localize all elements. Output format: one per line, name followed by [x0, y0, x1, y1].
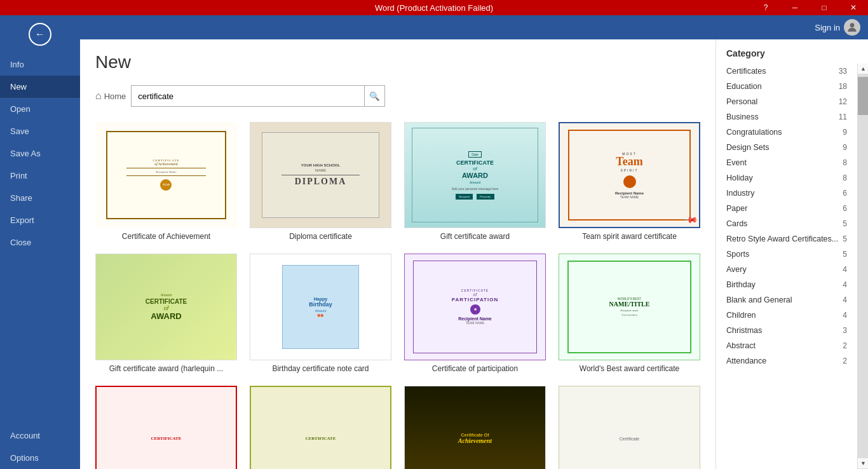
template-label: Gift certificate award (harlequin ...: [95, 364, 237, 373]
help-button[interactable]: ?: [751, 0, 780, 15]
scroll-up-button[interactable]: ▲: [858, 64, 868, 74]
sidebar-item-close[interactable]: Close: [0, 231, 80, 254]
category-label: Birthday: [726, 280, 756, 289]
close-button[interactable]: ✕: [839, 0, 868, 15]
category-item-birthday[interactable]: Birthday 4: [721, 277, 852, 292]
maximize-button[interactable]: □: [810, 0, 839, 15]
category-count: 33: [839, 67, 847, 76]
user-icon: [846, 21, 858, 34]
sidebar-item-print[interactable]: Print: [0, 165, 80, 187]
right-panel-inner: Certificates 33 Education 18 Personal 12: [716, 64, 868, 469]
category-count: 8: [843, 173, 847, 182]
sidebar-item-account[interactable]: Account: [0, 425, 80, 447]
category-count: 3: [843, 326, 847, 335]
category-item-personal[interactable]: Personal 12: [721, 94, 852, 109]
category-item-congratulations[interactable]: Congratulations 9: [721, 125, 852, 140]
template-thumb-worlds-best: WORLD'S BEST NAME/TITLE Recipient name Y…: [559, 254, 700, 360]
category-label: Industry: [726, 189, 754, 198]
template-grid: CERTIFICATE of Achievement Recipient Nam…: [95, 122, 700, 469]
search-button[interactable]: 🔍: [364, 86, 384, 106]
category-item-industry[interactable]: Industry 6: [721, 186, 852, 201]
sidebar-item-options[interactable]: Options: [0, 447, 80, 469]
template-item[interactable]: CERTIFICATE: [250, 386, 391, 470]
category-count: 6: [843, 204, 847, 213]
category-item-avery[interactable]: Avery 4: [721, 262, 852, 277]
category-label: Paper: [726, 204, 747, 213]
category-item-attendance[interactable]: Attendance 2: [721, 353, 852, 369]
category-count: 11: [839, 112, 847, 121]
category-item-design-sets[interactable]: Design Sets 9: [721, 140, 852, 155]
sidebar-nav: Info New Open Save Save As Print Share E…: [0, 53, 80, 425]
center-panel: New ⌂ Home 🔍: [80, 39, 715, 469]
category-label: Design Sets: [726, 143, 769, 152]
template-thumb-plain: Certificate: [559, 386, 700, 470]
category-item-paper[interactable]: Paper 6: [721, 201, 852, 216]
template-item[interactable]: Amount CERTIFICATE of AWARD Gift certifi…: [95, 254, 237, 372]
category-label: Cards: [726, 219, 747, 228]
category-label: Congratulations: [726, 128, 782, 137]
category-label: Certificates: [726, 67, 766, 76]
category-item-retro[interactable]: Retro Style Award Certificates... 5: [721, 231, 852, 247]
category-item-education[interactable]: Education 18: [721, 79, 852, 94]
template-thumb-team-spirit: MOST Team SPIRIT Recipient Name TEAM NAM…: [559, 122, 700, 228]
category-item-business[interactable]: Business 11: [721, 109, 852, 125]
template-thumb-gift-award: Date CERTIFICATE of AWARD Amount Add you…: [404, 122, 546, 228]
home-link[interactable]: ⌂ Home: [95, 90, 126, 102]
category-item-sports[interactable]: Sports 5: [721, 247, 852, 262]
category-count: 5: [843, 250, 847, 259]
category-item-holiday[interactable]: Holiday 8: [721, 170, 852, 186]
template-item[interactable]: CERTIFICATE: [95, 386, 237, 470]
template-item[interactable]: Certificate Of Achievement: [404, 386, 546, 470]
title-bar-controls: ? ─ □ ✕: [751, 0, 868, 15]
template-item[interactable]: Certificate: [559, 386, 700, 470]
template-label: Team spirit award certificate: [559, 232, 700, 241]
sidebar-item-share[interactable]: Share: [0, 187, 80, 209]
category-count: 18: [839, 82, 847, 91]
category-list: Certificates 33 Education 18 Personal 12: [716, 64, 857, 469]
search-bar: ⌂ Home 🔍: [95, 85, 700, 107]
template-thumb-birthday: Happy Birthday Amount 🎁🎁: [250, 254, 391, 360]
sidebar-item-save[interactable]: Save: [0, 120, 80, 142]
title-bar: Word (Product Activation Failed) ? ─ □ ✕: [0, 0, 868, 15]
category-item-cards[interactable]: Cards 5: [721, 216, 852, 231]
scroll-down-button[interactable]: ▼: [858, 458, 868, 469]
template-item[interactable]: CERTIFICATE of Achievement Recipient Nam…: [95, 122, 237, 241]
back-button[interactable]: ←: [29, 23, 51, 46]
category-count: 9: [843, 128, 847, 137]
template-thumb-green: CERTIFICATE: [250, 386, 391, 470]
category-label: Business: [726, 112, 759, 121]
sidebar-item-save-as[interactable]: Save As: [0, 142, 80, 165]
sidebar-item-info[interactable]: Info: [0, 53, 80, 76]
template-item-team-spirit[interactable]: MOST Team SPIRIT Recipient Name TEAM NAM…: [559, 122, 700, 241]
category-item-christmas[interactable]: Christmas 3: [721, 323, 852, 338]
sidebar-item-export[interactable]: Export: [0, 209, 80, 231]
template-item[interactable]: Happy Birthday Amount 🎁🎁 Birthday certif…: [250, 254, 391, 372]
category-label: Abstract: [726, 341, 756, 350]
sign-in-button[interactable]: Sign in: [815, 19, 860, 36]
template-item[interactable]: Date CERTIFICATE of AWARD Amount Add you…: [404, 122, 546, 241]
template-item[interactable]: YOUR HIGH SCHOOL NAME DIPLOMA Diploma ce…: [250, 122, 391, 241]
category-item-blank[interactable]: Blank and General 4: [721, 292, 852, 308]
category-label: Holiday: [726, 173, 753, 182]
sidebar-item-new[interactable]: New: [0, 76, 80, 98]
main-content: Sign in New ⌂ Home: [80, 15, 868, 469]
template-thumb-participation: CERTIFICATE of PARTICIPATION ★ Recipient…: [404, 254, 546, 360]
sidebar-item-open[interactable]: Open: [0, 98, 80, 120]
scrollbar: ▲ ▼: [857, 64, 868, 469]
home-label: Home: [104, 92, 126, 101]
category-item-certificates[interactable]: Certificates 33: [721, 64, 852, 79]
template-label: Diploma certificate: [250, 232, 391, 241]
category-label: Retro Style Award Certificates...: [726, 234, 838, 243]
category-item-children[interactable]: Children 4: [721, 308, 852, 323]
category-item-event[interactable]: Event 8: [721, 155, 852, 170]
category-item-abstract[interactable]: Abstract 2: [721, 338, 852, 353]
category-header: Category: [716, 39, 868, 64]
minimize-button[interactable]: ─: [780, 0, 810, 15]
page-title: New: [95, 52, 700, 72]
search-input[interactable]: [132, 88, 364, 105]
scroll-thumb[interactable]: [858, 77, 868, 115]
search-input-wrap: 🔍: [131, 85, 385, 107]
template-item[interactable]: CERTIFICATE of PARTICIPATION ★ Recipient…: [404, 254, 546, 372]
content-area: New ⌂ Home 🔍: [80, 39, 868, 469]
template-item[interactable]: WORLD'S BEST NAME/TITLE Recipient name Y…: [559, 254, 700, 372]
